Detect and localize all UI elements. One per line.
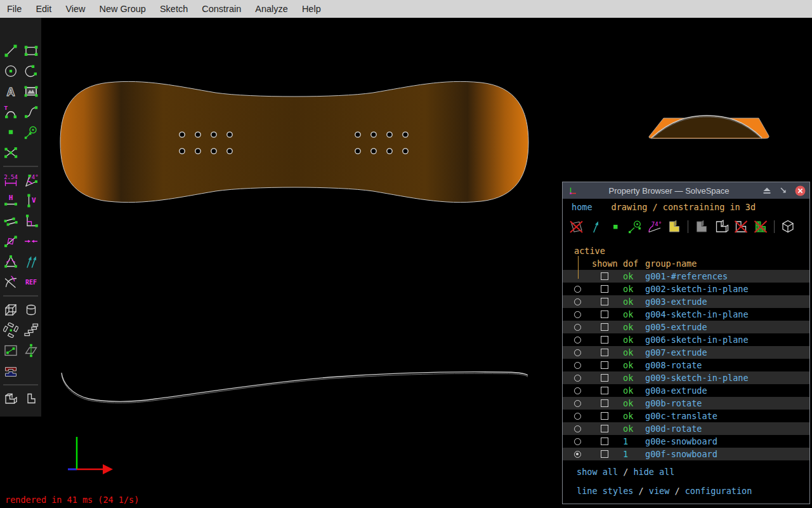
group-name-link[interactable]: g002-sketch-in-plane bbox=[645, 283, 809, 295]
construction-tool-button[interactable] bbox=[21, 122, 41, 142]
shown-checkbox[interactable] bbox=[601, 450, 608, 458]
active-group-radio[interactable] bbox=[574, 349, 581, 356]
active-group-radio[interactable] bbox=[574, 425, 581, 432]
active-group-radio[interactable] bbox=[574, 362, 581, 369]
group-row[interactable]: okg00d-rotate bbox=[563, 422, 809, 435]
sketch-in-plane-group-button[interactable] bbox=[1, 340, 21, 361]
group-name-link[interactable]: g003-extrude bbox=[645, 295, 809, 308]
group-row[interactable]: 1g00e-snowboard bbox=[563, 435, 809, 448]
symmetric-constraint-button[interactable] bbox=[21, 231, 41, 251]
circle-tool-button[interactable] bbox=[1, 61, 21, 81]
line-styles-link[interactable]: line styles bbox=[577, 486, 633, 496]
group-dof[interactable]: 1 bbox=[617, 435, 645, 448]
same-orientation-constraint-button[interactable] bbox=[21, 251, 41, 272]
show-edges-button[interactable] bbox=[713, 218, 730, 235]
group-row[interactable]: okg005-extrude bbox=[563, 321, 809, 333]
active-group-radio[interactable] bbox=[574, 311, 581, 318]
active-group-radio[interactable] bbox=[574, 400, 581, 407]
show-outline-button[interactable] bbox=[780, 218, 796, 235]
close-window-button[interactable] bbox=[793, 185, 807, 196]
point-tool-button[interactable] bbox=[1, 122, 21, 142]
line-tool-button[interactable] bbox=[1, 41, 21, 61]
hide-all-link[interactable]: hide all bbox=[633, 467, 674, 477]
restore-window-button[interactable] bbox=[776, 185, 790, 196]
menu-help[interactable]: Help bbox=[295, 0, 328, 18]
shown-checkbox[interactable] bbox=[601, 323, 608, 331]
image-tool-button[interactable] bbox=[21, 81, 41, 102]
active-group-radio-selected[interactable] bbox=[574, 451, 581, 458]
group-name-link[interactable]: g00d-rotate bbox=[645, 422, 809, 435]
shown-checkbox[interactable] bbox=[601, 361, 608, 369]
group-name-link[interactable]: g00c-translate bbox=[645, 410, 809, 422]
translate-group-button[interactable] bbox=[21, 320, 41, 340]
show-construction-button[interactable] bbox=[627, 218, 643, 235]
tangent-arc-tool-button[interactable]: T bbox=[1, 102, 21, 122]
snowboard-top-view[interactable] bbox=[60, 81, 528, 202]
active-group-radio[interactable] bbox=[574, 413, 581, 420]
shown-checkbox[interactable] bbox=[601, 438, 608, 445]
other-angle-constraint-button[interactable] bbox=[1, 272, 21, 292]
extrude-group-button[interactable] bbox=[1, 300, 21, 320]
menu-analyze[interactable]: Analyze bbox=[248, 0, 295, 18]
shown-checkbox[interactable] bbox=[601, 349, 608, 356]
lathe-group-button[interactable] bbox=[21, 300, 41, 320]
home-link[interactable]: home bbox=[572, 202, 593, 212]
equal-constraint-button[interactable] bbox=[1, 251, 21, 272]
menu-constrain[interactable]: Constrain bbox=[195, 0, 248, 18]
group-name-link[interactable]: g006-sketch-in-plane bbox=[645, 333, 809, 346]
active-group-radio[interactable] bbox=[574, 298, 581, 305]
vertical-constraint-button[interactable]: V bbox=[21, 190, 41, 211]
group-dof[interactable]: 1 bbox=[617, 448, 645, 460]
menu-new-group[interactable]: New Group bbox=[93, 0, 153, 18]
group-row[interactable]: okg007-extrude bbox=[563, 346, 809, 359]
snowboard-side-profile[interactable] bbox=[62, 372, 528, 403]
group-name-link[interactable]: g00b-rotate bbox=[645, 397, 809, 410]
group-row[interactable]: okg00b-rotate bbox=[563, 397, 809, 410]
group-name-link[interactable]: g001-#references bbox=[645, 270, 809, 283]
horizontal-constraint-button[interactable]: H bbox=[1, 190, 21, 211]
link-flat-button[interactable] bbox=[21, 389, 41, 409]
active-group-radio[interactable] bbox=[574, 438, 581, 445]
shown-checkbox[interactable] bbox=[601, 425, 608, 432]
assemble-group-button[interactable] bbox=[1, 361, 21, 381]
shown-checkbox[interactable] bbox=[601, 272, 608, 280]
group-row[interactable]: okg001-#references bbox=[563, 270, 809, 283]
group-name-link[interactable]: g009-sketch-in-plane bbox=[645, 371, 809, 384]
parallel-constraint-button[interactable] bbox=[1, 211, 21, 231]
shown-checkbox[interactable] bbox=[601, 412, 608, 420]
group-row[interactable]: okg002-sketch-in-plane bbox=[563, 283, 809, 295]
show-points-button[interactable] bbox=[607, 218, 624, 235]
shade-window-button[interactable] bbox=[760, 185, 774, 196]
text-tool-button[interactable]: A bbox=[1, 81, 21, 102]
show-normals-button[interactable] bbox=[587, 218, 604, 235]
menu-sketch[interactable]: Sketch bbox=[153, 0, 195, 18]
hide-workplanes-button[interactable] bbox=[568, 218, 584, 235]
group-row[interactable]: okg006-sketch-in-plane bbox=[563, 333, 809, 346]
shaded-view-button[interactable] bbox=[666, 218, 683, 235]
show-constraints-button[interactable]: 74° bbox=[646, 218, 663, 235]
distance-constraint-button[interactable]: 2.54 bbox=[1, 170, 21, 190]
group-row[interactable]: okg00a-extrude bbox=[563, 384, 809, 397]
group-row[interactable]: okg009-sketch-in-plane bbox=[563, 371, 809, 384]
group-name-link[interactable]: g00a-extrude bbox=[645, 384, 809, 397]
rectangle-tool-button[interactable] bbox=[21, 41, 41, 61]
group-row[interactable]: okg00c-translate bbox=[563, 410, 809, 422]
bezier-tool-button[interactable] bbox=[21, 102, 41, 122]
active-group-radio[interactable] bbox=[574, 286, 581, 293]
view-link[interactable]: view bbox=[649, 486, 670, 496]
group-name-link[interactable]: g008-rotate bbox=[645, 359, 809, 371]
active-group-radio[interactable] bbox=[574, 324, 581, 331]
shown-checkbox[interactable] bbox=[601, 311, 608, 318]
perpendicular-constraint-button[interactable] bbox=[21, 211, 41, 231]
show-mesh-button[interactable] bbox=[752, 218, 769, 235]
show-all-link[interactable]: show all bbox=[577, 467, 618, 477]
rotate-group-button[interactable] bbox=[1, 320, 21, 340]
shown-checkbox[interactable] bbox=[601, 336, 608, 344]
show-faces-button[interactable] bbox=[693, 218, 710, 235]
active-group-radio[interactable] bbox=[574, 337, 581, 344]
snowboard-3d-view[interactable] bbox=[649, 116, 769, 139]
group-row[interactable]: okg008-rotate bbox=[563, 359, 809, 371]
group-row[interactable]: okg004-sketch-in-plane bbox=[563, 308, 809, 321]
point-on-line-constraint-button[interactable] bbox=[1, 231, 21, 251]
shown-checkbox[interactable] bbox=[601, 285, 608, 293]
